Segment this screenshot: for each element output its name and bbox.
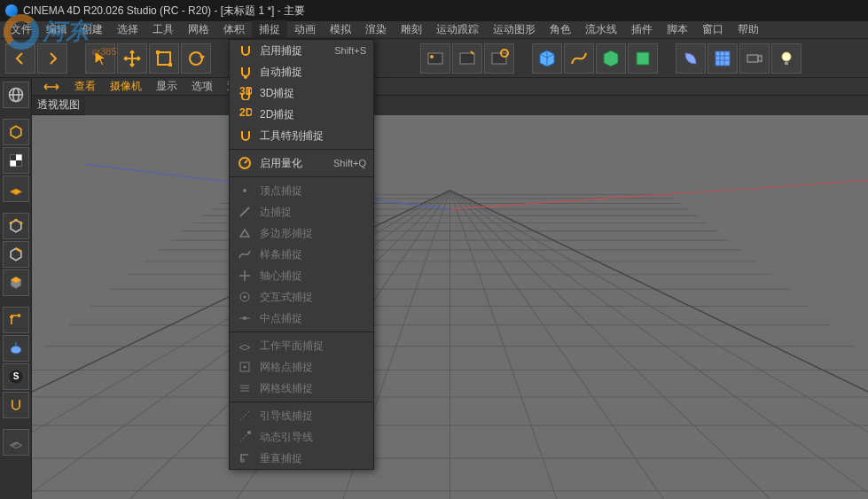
move-tool[interactable] (117, 43, 147, 74)
viewport-panel: 查看摄像机显示选项过滤 透视视图 (32, 78, 868, 499)
svg-point-6 (430, 55, 434, 58)
menu-渲染[interactable]: 渲染 (358, 20, 394, 39)
menu-选择[interactable]: 选择 (110, 20, 145, 39)
snap-poly-icon (237, 225, 253, 241)
menuitem-snap-auto[interactable]: 自动捕捉 (230, 61, 373, 82)
menu-网格[interactable]: 网格 (181, 20, 216, 39)
menu-运动跟踪[interactable]: 运动跟踪 (429, 20, 486, 39)
svg-point-69 (244, 296, 246, 299)
menu-体积[interactable]: 体积 (216, 20, 252, 39)
deformer-button[interactable] (676, 43, 706, 74)
menuitem-snap-guide: 引导线捕捉 (230, 405, 373, 426)
spline-primitive-button[interactable] (564, 43, 594, 74)
menu-separator (230, 149, 373, 150)
scale-tool[interactable] (149, 43, 179, 74)
render-region-button[interactable] (452, 43, 482, 74)
quantize-icon (237, 155, 253, 171)
svg-rect-10 (637, 52, 649, 65)
menu-插件[interactable]: 插件 (624, 20, 660, 39)
menuitem-label: 网格点捕捉 (260, 360, 366, 375)
menuitem-snap-2d[interactable]: 2D2D捕捉 (230, 104, 373, 125)
menu-文件[interactable]: 文件 (4, 20, 39, 39)
menu-工具[interactable]: 工具 (145, 20, 181, 39)
menuitem-label: 2D捕捉 (260, 107, 366, 122)
menu-雕刻[interactable]: 雕刻 (394, 20, 429, 39)
menu-动画[interactable]: 动画 (287, 20, 323, 39)
model-mode-button[interactable] (3, 119, 29, 145)
menuitem-label: 工具特别捕捉 (260, 129, 366, 144)
texture-mode-button[interactable] (3, 147, 29, 174)
snap-button[interactable] (3, 392, 29, 418)
menuitem-label: 样条捕捉 (260, 247, 366, 262)
menu-separator (230, 331, 373, 332)
svg-text:S: S (12, 371, 19, 381)
svg-rect-5 (428, 53, 442, 64)
environment-button[interactable] (708, 43, 738, 74)
menuitem-snap-vertex: 顶点捕捉 (230, 180, 373, 201)
menu-流水线[interactable]: 流水线 (578, 20, 624, 39)
generator2-button[interactable] (628, 43, 658, 74)
cube-primitive-button[interactable] (532, 43, 562, 74)
menu-bar: 文件编辑创建选择工具网格体积捕捉动画模拟渲染雕刻运动跟踪运动图形角色流水线插件脚… (0, 21, 868, 39)
menuitem-snap-gridline: 网格线捕捉 (230, 378, 373, 399)
menuitem-label: 启用量化 (260, 156, 326, 171)
viewport-menu-显示[interactable]: 显示 (149, 77, 184, 96)
snap-tool-icon (237, 128, 253, 144)
menuitem-label: 网格线捕捉 (260, 381, 366, 396)
snap-vertex-icon (237, 183, 253, 199)
axis-mode-button[interactable] (3, 307, 29, 333)
svg-rect-7 (460, 53, 474, 64)
workplane-mode-button[interactable] (3, 175, 29, 202)
redo-button[interactable] (37, 43, 67, 74)
svg-rect-12 (747, 55, 758, 62)
menu-帮助[interactable]: 帮助 (731, 20, 766, 39)
menuitem-quantize[interactable]: 启用量化Shift+Q (230, 152, 373, 174)
menuitem-snap-toggle[interactable]: 启用捕捉Shift+S (230, 40, 373, 61)
snap-interactive-icon (237, 289, 253, 305)
snap-axis-icon (237, 268, 253, 284)
svg-rect-11 (716, 51, 730, 66)
select-tool[interactable] (85, 43, 115, 74)
left-palette: S (0, 78, 32, 499)
camera-button[interactable] (739, 43, 770, 74)
rotate-tool[interactable] (181, 43, 211, 74)
render-settings-button[interactable] (484, 43, 514, 74)
generator-button[interactable] (596, 43, 626, 74)
polygon-mode-button[interactable] (3, 269, 29, 296)
menu-窗口[interactable]: 窗口 (695, 20, 731, 39)
menuitem-snap-poly: 多边形捕捉 (230, 222, 373, 244)
main-toolbar (0, 39, 868, 78)
menu-角色[interactable]: 角色 (543, 20, 578, 39)
globe-icon[interactable] (3, 82, 29, 108)
viewport-menu-选项[interactable]: 选项 (184, 77, 220, 96)
menu-模拟[interactable]: 模拟 (323, 20, 358, 39)
menu-脚本[interactable]: 脚本 (660, 20, 695, 39)
selection-filter-button[interactable]: S (3, 363, 29, 390)
menu-运动图形[interactable]: 运动图形 (486, 20, 543, 39)
undo-button[interactable] (5, 43, 35, 74)
grid-button[interactable] (3, 429, 29, 456)
viewport-menu-查看[interactable]: 查看 (67, 77, 103, 96)
soft-select-button[interactable] (3, 335, 29, 362)
point-mode-button[interactable] (3, 213, 29, 239)
menuitem-label: 顶点捕捉 (260, 183, 366, 199)
viewport-menu-摄像机[interactable]: 摄像机 (103, 77, 149, 96)
svg-point-13 (782, 52, 791, 61)
menu-创建[interactable]: 创建 (74, 20, 110, 39)
menuitem-label: 工作平面捕捉 (260, 339, 366, 354)
light-button[interactable] (771, 43, 802, 74)
menu-捕捉[interactable]: 捕捉 (252, 20, 287, 39)
edge-mode-button[interactable] (3, 241, 29, 268)
menuitem-shortcut: Shift+Q (333, 158, 366, 168)
viewport-nav-icon[interactable] (41, 80, 62, 94)
render-view-button[interactable] (420, 43, 450, 74)
snap-guide-icon (237, 408, 253, 424)
menuitem-snap-3d[interactable]: 3D3D捕捉 (230, 82, 373, 104)
menuitem-snap-spline: 样条捕捉 (230, 244, 373, 265)
snap-menu-dropdown: 启用捕捉Shift+S自动捕捉3D3D捕捉2D2D捕捉工具特别捕捉启用量化Shi… (229, 39, 374, 470)
svg-rect-1 (156, 51, 160, 54)
menuitem-snap-tool[interactable]: 工具特别捕捉 (230, 125, 373, 146)
viewport-3d[interactable] (32, 115, 868, 499)
svg-rect-18 (16, 160, 22, 167)
menu-编辑[interactable]: 编辑 (39, 20, 74, 39)
